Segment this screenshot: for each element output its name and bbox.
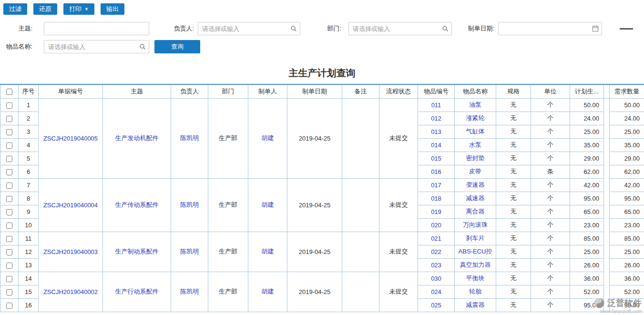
owner-link[interactable]: 陈凯明 (180, 134, 199, 142)
restore-button[interactable]: 还原 (33, 3, 57, 15)
doc-no-link[interactable]: ZSCJH2019040004 (43, 202, 98, 209)
row-checkbox[interactable] (6, 196, 12, 202)
output-button-label: 输出 (106, 6, 119, 12)
doc-no-link-cell: ZSCJH2019040005 (39, 98, 103, 178)
item-name-link[interactable]: 刹车片 (466, 234, 485, 242)
item-no-link[interactable]: 018 (431, 195, 441, 202)
query-button[interactable]: 查询 (154, 40, 200, 53)
print-button[interactable]: 打印▼ (63, 3, 94, 15)
item-name-link[interactable]: 皮带 (469, 168, 481, 175)
item-no-link[interactable]: 020 (431, 222, 441, 229)
subject-link[interactable]: 生产制动系配件 (115, 248, 159, 255)
item-no-link[interactable]: 011 (431, 102, 441, 109)
search-icon[interactable] (442, 25, 449, 32)
item-no-link[interactable]: 012 (431, 115, 441, 122)
row-checkbox[interactable] (6, 102, 12, 109)
owner-label: 负责人: (162, 22, 194, 35)
row-checkbox[interactable] (6, 263, 12, 269)
item-name-link[interactable]: ABS-ECU控 (459, 248, 492, 255)
item-name-link[interactable]: 水泵 (469, 141, 481, 148)
row-checkbox[interactable] (6, 209, 12, 215)
item-name-link[interactable]: 轮胎 (469, 288, 481, 295)
row-checkbox[interactable] (6, 169, 12, 175)
item-no-link-cell: 021 (418, 232, 455, 245)
owner-link-cell: 陈凯明 (171, 272, 208, 312)
item-no-link[interactable]: 019 (431, 208, 441, 215)
item-name-link[interactable]: 变速器 (466, 181, 485, 188)
row-checkbox[interactable] (6, 303, 12, 309)
item-no-link[interactable]: 030 (431, 275, 441, 282)
doc-no-link[interactable]: ZSCJH2019040003 (43, 248, 98, 255)
item-name-link[interactable]: 减速器 (466, 194, 485, 202)
item-name-link[interactable]: 密封垫 (466, 154, 485, 162)
item-name-link[interactable]: 减震器 (466, 301, 485, 308)
creator-link[interactable]: 胡建 (262, 248, 274, 255)
item-no-link[interactable]: 025 (431, 302, 441, 309)
search-icon[interactable] (290, 25, 297, 32)
item-name-link[interactable]: 真空加力器 (460, 261, 491, 268)
owner-link[interactable]: 陈凯明 (180, 248, 199, 255)
dept-cell: 生产部 (208, 98, 248, 178)
spec-cell: 无 (496, 298, 531, 312)
date-input[interactable] (498, 22, 602, 35)
owner-input[interactable] (198, 22, 300, 35)
row-checkbox[interactable] (6, 156, 12, 162)
row-checkbox-cell (0, 245, 19, 258)
toolbar: 过滤 还原 打印▼ 输出 (0, 0, 644, 15)
item-name-input[interactable] (44, 40, 149, 53)
filter-button[interactable]: 过滤 (3, 3, 27, 15)
row-checkbox[interactable] (6, 236, 12, 242)
owner-link[interactable]: 陈凯明 (180, 288, 199, 295)
subject-input[interactable] (44, 22, 149, 35)
row-checkbox[interactable] (6, 129, 12, 135)
item-no-link[interactable]: 015 (431, 155, 441, 162)
dept-cell: 生产部 (208, 178, 248, 232)
select-all-checkbox[interactable] (6, 89, 12, 95)
unit-cell: 个 (531, 205, 570, 218)
item-no-link[interactable]: 022 (431, 248, 441, 255)
owner-link[interactable]: 陈凯明 (180, 201, 199, 208)
row-checkbox[interactable] (6, 142, 12, 149)
item-name-link[interactable]: 平衡块 (466, 274, 485, 282)
row-checkbox-cell (0, 272, 19, 285)
row-checkbox[interactable] (6, 276, 12, 282)
row-checkbox[interactable] (6, 183, 12, 189)
item-no-link[interactable]: 017 (431, 182, 441, 189)
row-checkbox[interactable] (6, 249, 12, 255)
subject-link[interactable]: 生产行动系配件 (115, 288, 159, 295)
item-no-link[interactable]: 014 (431, 142, 441, 149)
item-name-link[interactable]: 气缸体 (466, 128, 485, 135)
collapse-toggle[interactable] (620, 28, 633, 30)
subject-link[interactable]: 生产发动机配件 (115, 134, 159, 142)
creator-link[interactable]: 胡建 (262, 201, 274, 208)
item-name-link[interactable]: 涨紧轮 (466, 114, 485, 122)
item-no-link[interactable]: 013 (431, 128, 441, 135)
filter-button-label: 过滤 (9, 6, 21, 12)
plan-qty-cell: 85.00 (570, 232, 604, 245)
date-label: 制单日期: (458, 22, 494, 35)
row-checkbox[interactable] (6, 289, 12, 295)
output-button[interactable]: 输出 (101, 3, 124, 15)
item-name-link[interactable]: 万向滚珠 (463, 221, 488, 228)
dept-cell: 生产部 (208, 272, 248, 312)
select-all-cell (0, 84, 19, 98)
item-no-link[interactable]: 024 (431, 288, 441, 295)
creator-link[interactable]: 胡建 (262, 134, 274, 142)
dept-input[interactable] (348, 22, 452, 35)
item-name-link[interactable]: 离合器 (466, 208, 485, 215)
plan-table: 序号 单据编号 主题 负责人 部门 制单人 制单日期 备注 流程状态 物品编号 … (0, 84, 644, 312)
status-cell: 未提交 (379, 272, 418, 312)
creator-link[interactable]: 胡建 (262, 288, 274, 295)
item-no-link-cell: 020 (418, 218, 455, 232)
item-name-link[interactable]: 油泵 (469, 101, 481, 108)
row-checkbox[interactable] (6, 223, 12, 229)
subject-link[interactable]: 生产传动系配件 (115, 201, 159, 208)
item-no-link[interactable]: 016 (431, 168, 441, 175)
item-no-link[interactable]: 021 (431, 235, 441, 242)
row-checkbox[interactable] (6, 116, 12, 122)
doc-no-link[interactable]: ZSCJH2019040005 (43, 135, 98, 142)
search-icon[interactable] (139, 43, 146, 50)
doc-no-link[interactable]: ZSCJH2019040002 (43, 288, 98, 295)
item-no-link[interactable]: 023 (431, 262, 441, 269)
calendar-icon[interactable] (592, 25, 599, 32)
